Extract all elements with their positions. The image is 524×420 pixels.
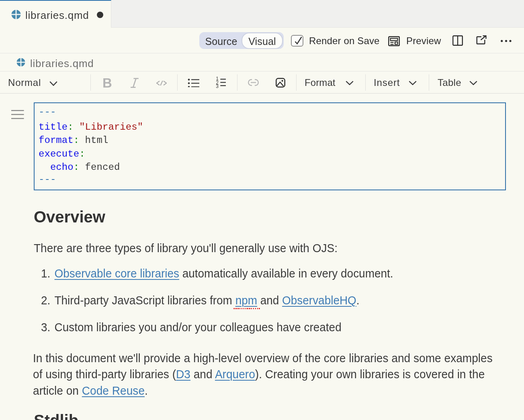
svg-text:3: 3 bbox=[216, 84, 219, 89]
